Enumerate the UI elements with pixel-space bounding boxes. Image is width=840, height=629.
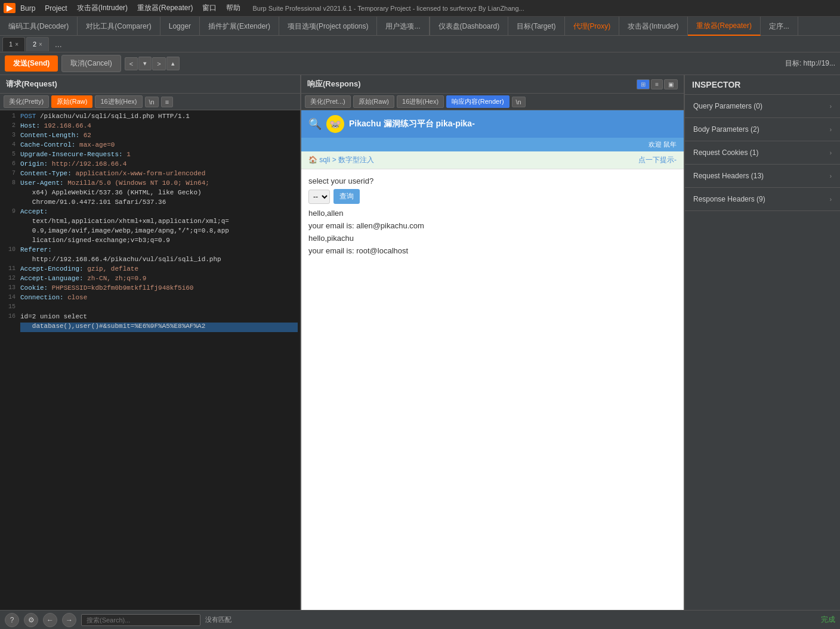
- inspector-resp-headers-label: Response Headers (9): [693, 195, 765, 203]
- nav-decoder[interactable]: 编码工具(Decoder): [0, 17, 78, 36]
- nav-left-button[interactable]: <: [125, 57, 138, 70]
- inspector-panel: INSPECTOR Query Parameters (0) › Body Pa…: [685, 75, 840, 610]
- request-panel-toolbar: 美化(Pretty) 原始(Raw) 16进制(Hex) \n ≡: [0, 94, 300, 110]
- chevron-right-icon: ›: [830, 196, 832, 203]
- code-line: Chrome/91.0.4472.101 Safari/537.36: [0, 199, 300, 208]
- titlebar-menu: Burp Project 攻击器(Intruder) 重放器(Repeater)…: [20, 3, 240, 13]
- response-panel-toolbar: 美化(Pret...) 原始(Raw) 16进制(Hex) 响应内容(Rende…: [301, 94, 684, 110]
- tab-1[interactable]: 1 ×: [2, 37, 25, 51]
- nav-project-options[interactable]: 项目选项(Project options): [279, 17, 377, 36]
- menu-intruder[interactable]: 攻击器(Intruder): [77, 3, 128, 13]
- menu-window[interactable]: 窗口: [202, 3, 217, 13]
- render-topbar: 🔍 🐭 Pikachu 漏洞练习平台 pika-pika-: [301, 110, 684, 138]
- code-line: 6Origin: http://192.168.66.4: [0, 160, 300, 170]
- result-2: your email is: allen@pikachu.com: [308, 221, 677, 230]
- view-split-btn[interactable]: ⊞: [637, 79, 650, 89]
- forward-button[interactable]: →: [62, 613, 76, 627]
- select-question: select your userid?: [308, 176, 677, 185]
- userid-select[interactable]: --: [308, 190, 330, 204]
- code-line: http://192.168.66.4/pikachu/vul/sqli/sql…: [0, 256, 300, 265]
- response-newline-btn[interactable]: \n: [512, 97, 526, 107]
- back-button[interactable]: ←: [43, 613, 57, 627]
- send-button[interactable]: 发送(Send): [5, 55, 58, 72]
- code-line: 8User-Agent: Mozilla/5.0 (Windows NT 10.…: [0, 179, 300, 189]
- nav-dashboard[interactable]: 仪表盘(Dashboard): [430, 17, 509, 36]
- nav-proxy[interactable]: 代理(Proxy): [565, 17, 620, 36]
- code-line: 14Connection: close: [0, 294, 300, 303]
- nav-target[interactable]: 目标(Target): [508, 17, 564, 36]
- request-pretty-btn[interactable]: 美化(Pretty): [4, 95, 49, 108]
- query-button[interactable]: 查询: [333, 189, 360, 204]
- chevron-right-icon: ›: [830, 103, 832, 110]
- code-line: 9Accept:: [0, 208, 300, 218]
- menu-help[interactable]: 帮助: [226, 3, 240, 13]
- inspector-request-headers[interactable]: Request Headers (13) ›: [685, 165, 840, 188]
- code-line: 0.9,image/avif,image/webp,image/apng,*/*…: [0, 227, 300, 237]
- inspector-request-cookies[interactable]: Request Cookies (1) ›: [685, 141, 840, 165]
- request-newline-btn[interactable]: \n: [145, 97, 159, 107]
- nav-up-button[interactable]: ▴: [166, 57, 180, 70]
- code-line: 12Accept-Language: zh-CN, zh;q=0.9: [0, 275, 300, 284]
- code-line: 10Referer:: [0, 246, 300, 256]
- menu-burp[interactable]: Burp: [20, 4, 35, 13]
- nav-intruder2[interactable]: 攻击器(Intruder): [619, 17, 687, 36]
- inspector-cookies-label: Request Cookies (1): [693, 148, 758, 157]
- menu-project[interactable]: Project: [45, 4, 67, 13]
- toolbar: 发送(Send) 取消(Cancel) < ▾ > ▴ 目标: http://1…: [0, 52, 840, 75]
- statusbar: ? ⚙ ← → 没有匹配 完成: [0, 610, 840, 629]
- code-line: 3Content-Length: 62: [0, 132, 300, 141]
- response-pretty-btn[interactable]: 美化(Pret...): [305, 95, 351, 108]
- code-line: x64) AppleWebKit/537.36 (KHTML, like Gec…: [0, 189, 300, 199]
- result-1: hello,allen: [308, 209, 677, 218]
- nav-repeater[interactable]: 重放器(Repeater): [688, 17, 761, 36]
- response-render-btn[interactable]: 响应内容(Render): [446, 95, 509, 108]
- code-line: 15: [0, 303, 300, 313]
- menu-repeater[interactable]: 重放器(Repeater): [137, 3, 193, 13]
- code-line: 2Host: 192.168.66.4: [0, 122, 300, 132]
- inspector-req-headers-label: Request Headers (13): [693, 172, 764, 180]
- inspector-query-params[interactable]: Query Parameters (0) ›: [685, 95, 840, 118]
- request-panel: 请求(Request) 美化(Pretty) 原始(Raw) 16进制(Hex)…: [0, 75, 301, 610]
- tabs-bar: 1 × 2 × ...: [0, 36, 840, 52]
- inspector-body-params[interactable]: Body Parameters (2) ›: [685, 118, 840, 141]
- settings-button[interactable]: ⚙: [24, 613, 38, 627]
- status-label: 完成: [821, 615, 835, 625]
- response-title: 响应(Respons): [307, 79, 361, 89]
- search-icon-render: 🔍: [308, 117, 322, 131]
- nav-comparer[interactable]: 对比工具(Comparer): [78, 17, 160, 36]
- tab-1-close[interactable]: ×: [15, 41, 18, 48]
- request-code-area[interactable]: 1POST /pikachu/vul/sqli/sqli_id.php HTTP…: [0, 110, 300, 610]
- response-raw-btn[interactable]: 原始(Raw): [353, 95, 394, 108]
- help-button[interactable]: ?: [5, 613, 19, 627]
- code-line: text/html,application/xhtml+xml,applicat…: [0, 218, 300, 227]
- view-grid-btn[interactable]: ▣: [664, 79, 678, 89]
- tab-2-close[interactable]: ×: [39, 41, 42, 48]
- tab-2[interactable]: 2 ×: [26, 37, 49, 51]
- view-icons: ⊞ ≡ ▣: [637, 79, 678, 89]
- request-raw-btn[interactable]: 原始(Raw): [51, 95, 92, 108]
- code-line-highlighted: database(),user()#&submit=%E6%9F%A5%E8%A…: [0, 323, 300, 332]
- nav-user-options[interactable]: 用户选项...: [377, 17, 429, 36]
- inspector-response-headers[interactable]: Response Headers (9) ›: [685, 188, 840, 211]
- nav-extender[interactable]: 插件扩展(Extender): [200, 17, 279, 36]
- nav-right-button[interactable]: >: [152, 57, 165, 70]
- breadcrumb-right[interactable]: 点一下提示-: [638, 155, 677, 165]
- nav-logger[interactable]: Logger: [160, 17, 200, 36]
- tab-more[interactable]: ...: [50, 38, 67, 51]
- request-menu-btn[interactable]: ≡: [161, 97, 173, 107]
- request-hex-btn[interactable]: 16进制(Hex): [95, 95, 142, 108]
- result-5: your email is: root@localhost: [308, 246, 677, 255]
- view-list-btn[interactable]: ≡: [651, 79, 663, 89]
- response-panel-header: 响应(Respons) ⊞ ≡ ▣: [301, 75, 684, 94]
- response-hex-btn[interactable]: 16进制(Hex): [397, 95, 444, 108]
- render-breadcrumb: 🏠 sqli > 数字型注入 点一下提示-: [301, 151, 684, 169]
- inspector-query-params-label: Query Parameters (0): [693, 102, 762, 110]
- nav-down-button[interactable]: ▾: [138, 57, 152, 70]
- cancel-button[interactable]: 取消(Cancel): [61, 55, 121, 72]
- tab-1-label: 1: [9, 41, 13, 48]
- code-line: 4Cache-Control: max-age=0: [0, 141, 300, 151]
- welcome-text: 欢迎 鼠年: [648, 141, 677, 148]
- inspector-body-params-label: Body Parameters (2): [693, 125, 759, 134]
- nav-sequencer[interactable]: 定序...: [761, 17, 798, 36]
- search-input[interactable]: [81, 614, 200, 626]
